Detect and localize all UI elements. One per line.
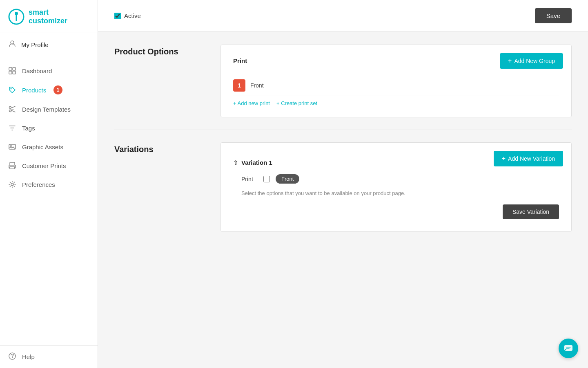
sidebar-item-dashboard-label: Dashboard <box>22 67 52 74</box>
tag-icon <box>8 86 16 94</box>
product-options-section: Product Options + Add New Group Print 1 … <box>98 32 588 130</box>
sidebar-item-preferences[interactable]: Preferences <box>0 175 98 194</box>
sidebar-item-customer-prints-label: Customer Prints <box>22 162 66 169</box>
my-profile-item[interactable]: My Profile <box>0 32 98 57</box>
options-badge: 1 <box>233 79 245 92</box>
grid-icon <box>8 67 16 75</box>
svg-rect-5 <box>13 67 16 70</box>
app-name: smart customizer <box>29 8 89 25</box>
scissors-icon <box>8 105 16 113</box>
sidebar-item-design-templates-label: Design Templates <box>22 106 71 113</box>
active-checkbox[interactable] <box>114 13 121 19</box>
svg-point-9 <box>9 107 11 109</box>
add-new-group-label: Add New Group <box>514 58 555 64</box>
svg-point-18 <box>11 183 13 186</box>
logo-area: smart customizer <box>0 0 98 32</box>
sidebar-bottom: Help <box>0 345 98 368</box>
options-front-label: Front <box>250 82 559 89</box>
logo-icon <box>8 9 24 25</box>
my-profile-label: My Profile <box>21 41 49 48</box>
svg-point-15 <box>11 146 12 147</box>
variation-print-row: Print Front <box>241 174 559 184</box>
variation-1-body: Print Front Select the options that you … <box>233 170 559 223</box>
svg-rect-16 <box>10 162 15 165</box>
add-new-variation-button[interactable]: + Add New Variation <box>494 151 563 166</box>
sidebar-item-graphic-assets[interactable]: Graphic Assets <box>0 137 98 156</box>
svg-rect-6 <box>9 71 12 74</box>
printer-icon <box>8 162 16 170</box>
create-print-set-link[interactable]: + Create print set <box>276 100 317 106</box>
svg-line-11 <box>11 106 15 108</box>
chat-icon <box>564 343 573 353</box>
variation-print-label: Print <box>241 176 258 182</box>
active-label: Active <box>124 12 141 19</box>
sidebar-item-design-templates[interactable]: Design Templates <box>0 100 98 119</box>
variation-help-text: Select the options that you want to be a… <box>241 190 559 196</box>
image-icon <box>8 143 16 151</box>
add-new-group-button[interactable]: + Add New Group <box>500 53 563 69</box>
products-badge: 1 <box>53 85 62 94</box>
save-variation-button[interactable]: Save Variation <box>503 204 559 219</box>
sidebar-item-products[interactable]: Products 1 <box>0 80 98 100</box>
sidebar-item-customer-prints[interactable]: Customer Prints <box>0 156 98 175</box>
sidebar-item-preferences-label: Preferences <box>22 181 55 188</box>
svg-rect-4 <box>9 67 12 70</box>
sidebar-item-tags-label: Tags <box>22 125 35 132</box>
svg-point-10 <box>9 110 11 112</box>
svg-point-1 <box>15 12 18 15</box>
help-icon <box>8 352 16 361</box>
save-button[interactable]: Save <box>535 8 572 23</box>
sidebar-item-graphic-assets-label: Graphic Assets <box>22 144 63 150</box>
variations-title: Variations <box>114 142 220 232</box>
product-options-title: Product Options <box>114 45 220 117</box>
sidebar-item-tags[interactable]: Tags <box>0 119 98 137</box>
profile-icon <box>8 40 16 49</box>
chevron-up-icon: ⇧ <box>233 159 238 166</box>
help-label: Help <box>22 353 35 360</box>
options-links: + Add new print + Create print set <box>233 98 559 109</box>
variation-front-tag: Front <box>276 174 299 184</box>
sidebar-item-products-label: Products <box>22 87 46 94</box>
add-variation-label: Add New Variation <box>508 155 555 162</box>
add-new-print-link[interactable]: + Add new print <box>233 100 270 106</box>
plus-icon-variation: + <box>502 155 506 162</box>
variations-content: + Add New Variation ⇧ Variation 1 Print … <box>220 142 572 232</box>
sidebar-item-dashboard[interactable]: Dashboard <box>0 61 98 80</box>
variations-section: Variations + Add New Variation ⇧ Variati… <box>98 130 588 244</box>
main-content: Active Save Product Options + Add New Gr… <box>98 0 588 368</box>
variation-print-checkbox[interactable] <box>263 176 270 182</box>
help-item[interactable]: Help <box>8 352 89 361</box>
product-options-content: + Add New Group Print 1 Front + Add new … <box>220 45 572 117</box>
sidebar-nav: Dashboard Products 1 <box>0 57 98 345</box>
svg-point-8 <box>11 88 12 90</box>
sidebar: smart customizer My Profile Dashboard <box>0 0 98 368</box>
chat-fab-button[interactable] <box>559 339 578 358</box>
plus-icon: + <box>508 57 512 65</box>
variation-1-title: Variation 1 <box>241 159 272 166</box>
options-sub-row: 1 Front <box>233 75 559 96</box>
svg-rect-7 <box>13 71 16 74</box>
filter-icon <box>8 124 16 132</box>
svg-rect-17 <box>10 167 15 169</box>
settings-icon <box>8 180 16 188</box>
svg-line-12 <box>11 110 15 112</box>
